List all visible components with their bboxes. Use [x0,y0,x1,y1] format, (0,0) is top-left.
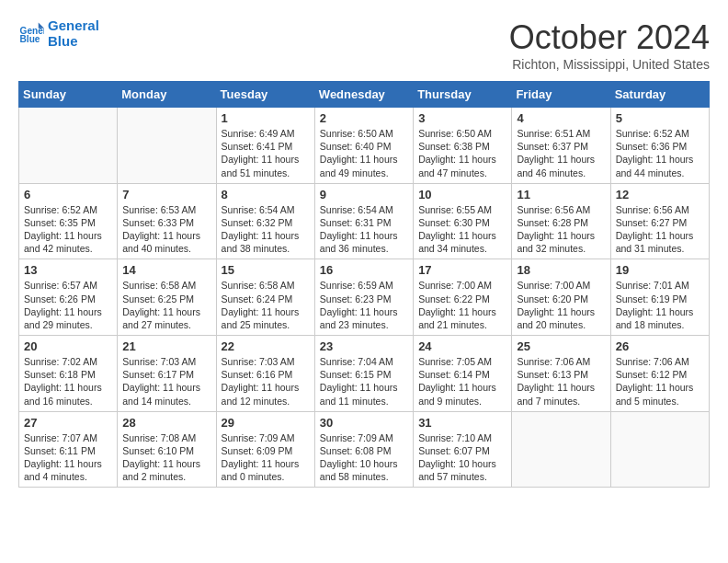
cell-text: Daylight: 11 hours and 16 minutes. [24,381,112,407]
calendar-cell: 20Sunrise: 7:02 AMSunset: 6:18 PMDayligh… [19,336,118,412]
calendar-cell: 4Sunrise: 6:51 AMSunset: 6:37 PMDaylight… [512,108,610,184]
cell-text: Daylight: 11 hours and 4 minutes. [24,457,112,483]
cell-text: Daylight: 11 hours and 40 minutes. [122,229,210,255]
cell-text: Daylight: 11 hours and 12 minutes. [222,381,310,407]
day-number: 14 [122,263,210,277]
cell-text: Sunset: 6:09 PM [222,444,310,457]
title-area: October 2024 Richton, Mississippi, Unite… [509,18,710,72]
cell-text: Sunrise: 6:57 AM [24,279,112,292]
day-number: 19 [616,263,704,277]
day-number: 13 [24,263,112,277]
cell-text: Sunset: 6:17 PM [122,368,210,381]
calendar-cell: 6Sunrise: 6:52 AMSunset: 6:35 PMDaylight… [19,183,118,259]
day-number: 7 [122,188,210,201]
calendar-week-5: 27Sunrise: 7:07 AMSunset: 6:11 PMDayligh… [19,411,710,488]
cell-text: Sunset: 6:22 PM [418,293,506,305]
cell-text: Sunrise: 6:55 AM [418,203,506,216]
cell-text: Sunset: 6:08 PM [320,444,408,457]
cell-text: Sunset: 6:15 PM [320,368,408,381]
month-title: October 2024 [509,18,710,57]
cell-text: Sunrise: 7:01 AM [616,279,704,292]
day-number: 18 [517,263,605,277]
cell-text: Sunrise: 6:52 AM [24,203,112,216]
cell-text: Sunrise: 7:09 AM [320,431,408,444]
cell-text: Sunrise: 7:10 AM [418,431,506,444]
cell-text: Sunrise: 6:49 AM [222,127,310,140]
cell-text: Sunset: 6:07 PM [418,444,506,457]
logo: General Blue General Blue [18,18,99,49]
calendar-week-4: 20Sunrise: 7:02 AMSunset: 6:18 PMDayligh… [19,336,710,412]
day-number: 17 [418,263,506,277]
calendar-cell: 2Sunrise: 6:50 AMSunset: 6:40 PMDaylight… [314,108,413,184]
cell-text: Sunset: 6:28 PM [517,216,605,229]
cell-text: Daylight: 11 hours and 2 minutes. [122,457,210,483]
logo-general: General [48,18,99,34]
day-number: 20 [24,339,112,353]
weekday-header-tuesday: Tuesday [216,82,314,108]
calendar-week-3: 13Sunrise: 6:57 AMSunset: 6:26 PMDayligh… [19,259,710,336]
cell-text: Daylight: 11 hours and 29 minutes. [24,305,112,331]
day-number: 24 [418,339,506,353]
day-number: 12 [616,188,704,201]
day-number: 23 [320,339,408,353]
cell-text: Sunrise: 6:50 AM [418,127,506,140]
day-number: 3 [418,111,506,125]
cell-text: Sunrise: 6:52 AM [616,127,704,140]
weekday-header-row: SundayMondayTuesdayWednesdayThursdayFrid… [19,82,710,108]
cell-text: Daylight: 11 hours and 42 minutes. [24,229,112,255]
cell-text: Sunset: 6:20 PM [517,293,605,305]
cell-text: Sunset: 6:37 PM [517,140,605,153]
cell-text: Daylight: 11 hours and 27 minutes. [122,305,210,331]
calendar-cell: 16Sunrise: 6:59 AMSunset: 6:23 PMDayligh… [314,259,413,336]
day-number: 26 [616,339,704,353]
cell-text: Sunrise: 6:58 AM [122,279,210,292]
calendar-cell: 31Sunrise: 7:10 AMSunset: 6:07 PMDayligh… [414,411,512,488]
calendar-cell [19,108,118,184]
cell-text: Daylight: 10 hours and 58 minutes. [320,457,408,483]
day-number: 8 [222,188,310,201]
cell-text: Sunrise: 7:05 AM [418,355,506,368]
cell-text: Sunrise: 7:08 AM [122,431,210,444]
page-header: General Blue General Blue October 2024 R… [18,18,710,72]
cell-text: Sunrise: 6:58 AM [222,279,310,292]
day-number: 25 [517,339,605,353]
cell-text: Daylight: 11 hours and 11 minutes. [320,381,408,407]
calendar-cell: 8Sunrise: 6:54 AMSunset: 6:32 PMDaylight… [216,183,314,259]
cell-text: Daylight: 11 hours and 44 minutes. [616,153,704,178]
cell-text: Sunrise: 6:50 AM [320,127,408,140]
cell-text: Sunset: 6:31 PM [320,216,408,229]
svg-text:Blue: Blue [20,34,40,44]
cell-text: Sunrise: 7:02 AM [24,355,112,368]
day-number: 11 [517,188,605,201]
day-number: 6 [24,188,112,201]
cell-text: Sunrise: 7:06 AM [616,355,704,368]
calendar-cell: 11Sunrise: 6:56 AMSunset: 6:28 PMDayligh… [512,183,610,259]
calendar-cell: 21Sunrise: 7:03 AMSunset: 6:17 PMDayligh… [118,336,216,412]
cell-text: Sunrise: 6:53 AM [122,203,210,216]
calendar-cell: 5Sunrise: 6:52 AMSunset: 6:36 PMDaylight… [610,108,709,184]
cell-text: Daylight: 11 hours and 32 minutes. [517,229,605,255]
cell-text: Daylight: 11 hours and 18 minutes. [616,305,704,331]
cell-text: Daylight: 11 hours and 0 minutes. [222,457,310,483]
day-number: 1 [222,111,310,125]
cell-text: Sunset: 6:40 PM [320,140,408,153]
day-number: 29 [222,416,310,430]
calendar-cell: 19Sunrise: 7:01 AMSunset: 6:19 PMDayligh… [610,259,709,336]
cell-text: Sunset: 6:16 PM [222,368,310,381]
cell-text: Sunrise: 7:00 AM [418,279,506,292]
weekday-header-wednesday: Wednesday [314,82,413,108]
logo-icon: General Blue [18,21,44,47]
day-number: 22 [222,339,310,353]
calendar-cell: 27Sunrise: 7:07 AMSunset: 6:11 PMDayligh… [19,411,118,488]
cell-text: Sunset: 6:23 PM [320,293,408,305]
calendar-cell: 28Sunrise: 7:08 AMSunset: 6:10 PMDayligh… [118,411,216,488]
calendar-cell: 9Sunrise: 6:54 AMSunset: 6:31 PMDaylight… [314,183,413,259]
cell-text: Sunset: 6:32 PM [222,216,310,229]
day-number: 4 [517,111,605,125]
cell-text: Sunset: 6:26 PM [24,293,112,305]
calendar-cell: 29Sunrise: 7:09 AMSunset: 6:09 PMDayligh… [216,411,314,488]
cell-text: Sunset: 6:11 PM [24,444,112,457]
weekday-header-saturday: Saturday [610,82,709,108]
weekday-header-monday: Monday [118,82,216,108]
cell-text: Daylight: 11 hours and 5 minutes. [616,381,704,407]
